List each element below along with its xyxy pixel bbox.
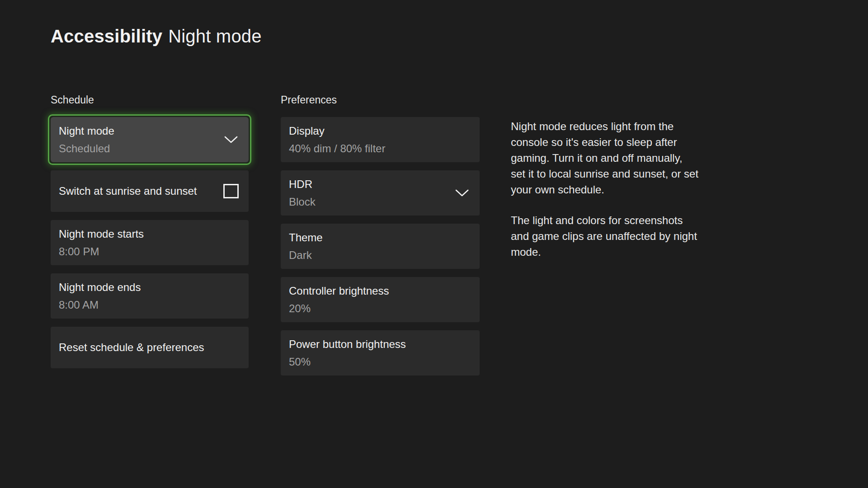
controller-brightness-value: 20% <box>289 302 470 315</box>
controller-brightness-label: Controller brightness <box>289 284 470 298</box>
power-button-brightness-value: 50% <box>289 355 470 369</box>
night-mode-ends-label: Night mode ends <box>59 281 239 294</box>
controller-brightness-button[interactable]: Controller brightness 20% <box>281 277 480 322</box>
night-mode-select[interactable]: Night mode Scheduled <box>51 117 249 162</box>
hdr-select[interactable]: HDR Block <box>281 170 480 216</box>
focus-ring: Night mode Scheduled <box>48 114 251 165</box>
power-button-brightness-button[interactable]: Power button brightness 50% <box>281 330 480 375</box>
night-mode-description: Night mode reduces light from the consol… <box>511 118 700 260</box>
hdr-value: Block <box>289 195 470 209</box>
chevron-down-icon <box>224 136 238 144</box>
night-mode-ends-value: 8:00 AM <box>59 298 239 312</box>
theme-value: Dark <box>289 249 470 262</box>
night-mode-starts-button[interactable]: Night mode starts 8:00 PM <box>51 220 249 265</box>
reset-schedule-label: Reset schedule & preferences <box>59 341 239 354</box>
power-button-brightness-label: Power button brightness <box>289 338 470 351</box>
checkbox-unchecked-icon[interactable] <box>223 184 239 198</box>
night-mode-ends-button[interactable]: Night mode ends 8:00 AM <box>51 273 249 319</box>
display-label: Display <box>289 124 470 138</box>
section-heading-schedule: Schedule <box>51 94 249 106</box>
sunrise-sunset-label: Switch at sunrise and sunset <box>59 184 197 198</box>
theme-label: Theme <box>289 231 470 244</box>
chevron-down-icon <box>455 189 469 197</box>
hdr-label: HDR <box>289 178 470 191</box>
description-paragraph-2: The light and colors for screenshots and… <box>511 212 700 260</box>
display-button[interactable]: Display 40% dim / 80% filter <box>281 117 480 162</box>
sunrise-sunset-toggle[interactable]: Switch at sunrise and sunset <box>51 170 249 212</box>
preferences-section: Preferences Display 40% dim / 80% filter… <box>281 94 480 384</box>
description-paragraph-1: Night mode reduces light from the consol… <box>511 118 700 197</box>
page-title-subpage: Night mode <box>168 26 262 46</box>
night-mode-select-value: Scheduled <box>59 142 239 155</box>
page-title: AccessibilityNight mode <box>51 26 262 47</box>
night-mode-starts-value: 8:00 PM <box>59 245 239 258</box>
section-heading-preferences: Preferences <box>281 94 480 106</box>
theme-button[interactable]: Theme Dark <box>281 224 480 269</box>
night-mode-select-label: Night mode <box>59 124 239 138</box>
page-title-section: Accessibility <box>51 26 162 46</box>
display-value: 40% dim / 80% filter <box>289 142 470 155</box>
schedule-section: Schedule Night mode Scheduled Switch at … <box>51 94 249 376</box>
night-mode-starts-label: Night mode starts <box>59 227 239 241</box>
reset-schedule-button[interactable]: Reset schedule & preferences <box>51 327 249 368</box>
